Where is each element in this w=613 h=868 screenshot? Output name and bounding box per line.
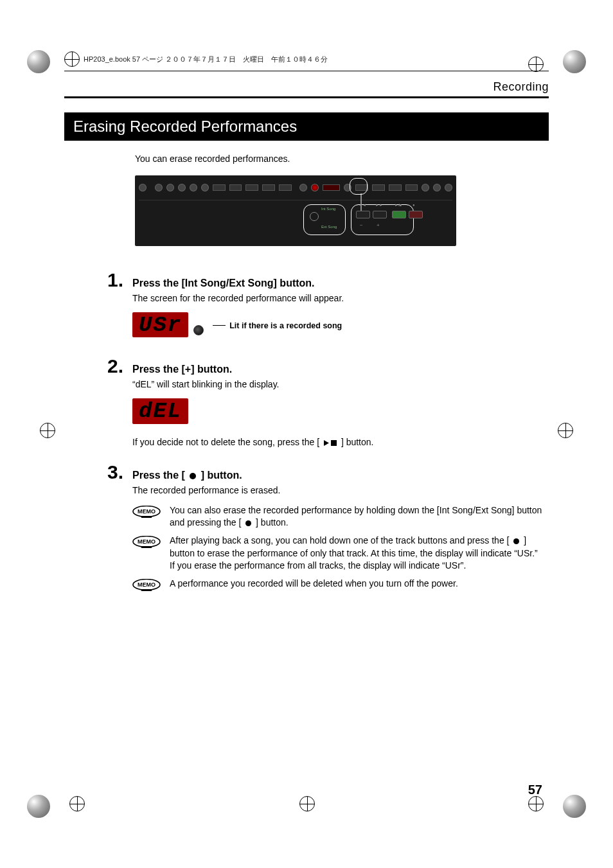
heavy-rule	[64, 96, 549, 98]
rewind-button-icon	[356, 211, 370, 218]
song-button-icon	[310, 212, 319, 221]
record-circle-icon	[245, 520, 252, 527]
tone-button-icon	[229, 184, 242, 191]
minus-sign-icon: −	[360, 222, 363, 228]
knob-icon	[139, 184, 147, 191]
display-figure-usr: USr Lit if there is a recorded song	[132, 312, 342, 337]
knob-icon	[166, 184, 174, 191]
display-icon	[323, 184, 341, 191]
step-title: Press the [ ] button.	[132, 470, 542, 481]
tone-button-icon	[213, 184, 226, 191]
step-text: The screen for the recorded performance …	[132, 293, 542, 303]
svg-rect-5	[141, 516, 152, 518]
memo-row: MEMO A performance you recorded will be …	[132, 578, 542, 592]
step-text: The recorded performance is erased.	[132, 485, 542, 495]
button-icon	[389, 184, 402, 191]
thin-rule	[64, 71, 549, 71]
registration-mark-icon	[40, 423, 55, 438]
panel-bottom-strip: Int Song Ext Song − + ◄◄ ►► ►/■ ●	[135, 203, 456, 239]
knob-icon	[155, 184, 163, 191]
callout-frame-plus-minus	[351, 204, 414, 235]
knob-icon	[299, 184, 307, 191]
memo-badge-icon: MEMO	[132, 506, 161, 518]
instrument-panel-figure: Int Song Ext Song − + ◄◄ ►► ►/■ ●	[135, 175, 456, 246]
print-ornament-icon	[27, 50, 50, 73]
memo-row: MEMO After playing back a song, you can …	[132, 535, 542, 572]
memo-row: MEMO You can also erase the recorded per…	[132, 504, 542, 529]
figure-caption: Lit if there is a recorded song	[229, 321, 342, 330]
svg-text:MEMO: MEMO	[138, 581, 155, 588]
section-label: Recording	[64, 80, 549, 94]
record-circle-icon	[513, 538, 520, 545]
led-dot-icon	[193, 325, 204, 335]
file-header-text: HP203_e.book 57 ページ ２００７年７月１７日 火曜日 午前１０時…	[84, 55, 328, 64]
registration-mark-icon	[558, 423, 573, 438]
knob-icon	[311, 184, 319, 191]
svg-rect-9	[141, 546, 152, 548]
svg-text:MEMO: MEMO	[138, 538, 155, 545]
step-number: 2.	[107, 355, 123, 377]
bwd-icon-label: ◄◄	[359, 203, 366, 207]
svg-marker-1	[324, 440, 329, 446]
button-icon	[372, 184, 385, 191]
ext-song-label: Ext Song	[321, 225, 337, 229]
caption-leader-line-icon	[213, 325, 226, 326]
panel-divider	[139, 200, 452, 200]
memo2-pre: After playing back a song, you can hold …	[170, 535, 511, 545]
plus-sign-icon: +	[377, 222, 380, 228]
svg-rect-2	[331, 440, 337, 446]
memo1-post: ] button.	[256, 517, 289, 527]
step-number: 1.	[107, 269, 123, 291]
seven-segment-display: USr	[132, 312, 188, 337]
play-stop-icon	[323, 439, 337, 447]
button-icon	[405, 184, 418, 191]
step-2: 2. Press the [+] button. “dEL” will star…	[135, 355, 542, 456]
tone-button-icon	[279, 184, 292, 191]
content-area: You can erase recorded performances.	[64, 154, 549, 592]
tone-button-icon	[245, 184, 258, 191]
knob-icon	[445, 184, 452, 191]
knob-icon	[433, 184, 441, 191]
svg-point-11	[513, 538, 519, 544]
display-figure-del: dEL	[132, 398, 188, 423]
book-page-icon	[64, 51, 80, 67]
knob-icon	[422, 184, 429, 191]
step-number: 3.	[107, 461, 123, 483]
int-song-label: Int Song	[321, 207, 335, 211]
record-button-icon	[409, 211, 423, 218]
tone-button-icon	[262, 184, 275, 191]
memo1-pre: You can also erase the recorded performa…	[170, 505, 542, 528]
play-button-icon	[392, 211, 406, 218]
knob-icon	[178, 184, 186, 191]
memo-text: You can also erase the recorded performa…	[170, 504, 542, 529]
step-note-post: ] button.	[341, 437, 374, 447]
step-title: Press the [Int Song/Ext Song] button.	[132, 278, 542, 289]
step-title-pre: Press the [	[132, 470, 188, 481]
svg-rect-13	[141, 589, 152, 591]
svg-text:MEMO: MEMO	[138, 508, 155, 515]
file-header: HP203_e.book 57 ページ ２００７年７月１７日 火曜日 午前１０時…	[64, 51, 549, 67]
page-number: 57	[528, 783, 542, 797]
svg-point-7	[245, 520, 251, 526]
step-3: 3. Press the [ ] button. The recorded pe…	[135, 461, 542, 592]
print-ornament-icon	[563, 795, 586, 818]
intro-text: You can erase recorded performances.	[135, 154, 542, 164]
callout-frame	[350, 178, 368, 195]
step-title-post: ] button.	[201, 470, 242, 481]
memo-badge-icon: MEMO	[132, 536, 161, 549]
knob-icon	[190, 184, 197, 191]
step-1: 1. Press the [Int Song/Ext Song] button.…	[135, 269, 542, 350]
memo-badge-icon: MEMO	[132, 579, 161, 592]
memo-text: After playing back a song, you can hold …	[170, 535, 542, 572]
step-note: If you decide not to delete the song, pr…	[132, 437, 542, 447]
fwd-icon-label: ►►	[375, 203, 383, 207]
print-ornament-icon	[27, 795, 50, 818]
forward-button-icon	[373, 211, 387, 218]
record-circle-icon	[189, 472, 197, 480]
panel-text-tiny	[150, 186, 151, 190]
play-icon-label: ►/■	[395, 203, 402, 207]
seven-segment-display: dEL	[132, 398, 188, 423]
page-frame: HP203_e.book 57 ページ ２００７年７月１７日 火曜日 午前１０時…	[64, 51, 549, 817]
caption-wrap: Lit if there is a recorded song	[213, 319, 342, 331]
section-banner: Erasing Recorded Performances	[64, 112, 549, 141]
